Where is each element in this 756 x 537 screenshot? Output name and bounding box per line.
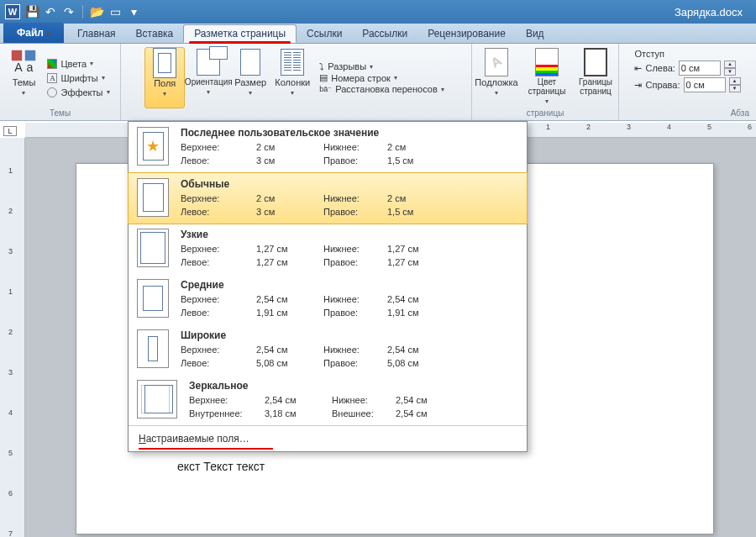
orientation-button[interactable]: Ориентация▾	[188, 47, 228, 108]
margins-option[interactable]: ★Последнее пользовательское значениеВерх…	[129, 122, 527, 173]
margins-button[interactable]: Поля▾	[144, 47, 185, 108]
margin-option-title: Узкие	[181, 229, 518, 240]
qat-separator	[82, 5, 83, 18]
indent-right-icon: ⇥	[634, 80, 642, 91]
svg-rect-1	[25, 50, 35, 61]
margin-option-title: Широкие	[181, 329, 518, 341]
margin-thumb-icon	[137, 380, 177, 419]
group-label-paragraph: Абза	[624, 108, 751, 118]
page-borders-button[interactable]: Границы страниц	[574, 47, 617, 108]
margin-option-title: Зеркальное	[189, 380, 518, 392]
margin-thumb-icon: ★	[137, 127, 169, 166]
word-app-icon: W	[5, 4, 20, 19]
margin-option-title: Средние	[181, 279, 518, 291]
page-color-button[interactable]: Цвет страницы▾	[523, 47, 570, 108]
tab-view[interactable]: Вид	[516, 24, 554, 43]
group-label-themes: Темы	[50, 108, 71, 118]
size-icon	[237, 49, 264, 76]
group-page-background: Подложка▾ Цвет страницы▾ Границы страниц…	[472, 44, 619, 120]
breaks-icon: ⤵	[319, 61, 324, 71]
indent-title: Отступ	[634, 49, 740, 59]
margin-option-title: Последнее пользовательское значение	[181, 127, 518, 139]
title-bar: W 💾 ↶ ↷ 📂 ▭ ▾ Зарядка.docx	[0, 0, 756, 24]
group-themes: Aa Темы ▾ Цвета▾ AШрифты▾ Эффекты▾ Темы	[0, 44, 121, 120]
undo-icon[interactable]: ↶	[44, 5, 57, 18]
tab-review[interactable]: Рецензирование	[417, 24, 516, 43]
margin-thumb-icon	[137, 279, 169, 318]
ribbon-tabs: Файл ▾ Главная Вставка Разметка страницы…	[0, 24, 756, 44]
svg-text:A: A	[15, 61, 24, 74]
theme-effects-button[interactable]: Эффекты▾	[44, 86, 113, 99]
orientation-icon	[195, 49, 222, 76]
theme-fonts-button[interactable]: AШрифты▾	[44, 71, 113, 85]
tab-insert[interactable]: Вставка	[126, 24, 184, 43]
chevron-down-icon: ▾	[22, 89, 25, 97]
margin-thumb-icon	[137, 329, 169, 368]
tab-file[interactable]: Файл ▾	[3, 23, 64, 43]
margins-dropdown: ★Последнее пользовательское значениеВерх…	[128, 121, 528, 452]
indent-left-icon: ⇤	[634, 63, 642, 74]
margin-option-title: Обычные	[181, 178, 518, 190]
size-button[interactable]: Размер▾	[232, 47, 269, 108]
columns-button[interactable]: Колонки▾	[272, 47, 312, 108]
indent-right-stepper[interactable]: ▲▼	[729, 77, 741, 92]
tab-page-layout[interactable]: Разметка страницы	[183, 24, 297, 43]
indent-left-label: Слева:	[645, 63, 675, 73]
colors-icon	[47, 59, 57, 69]
page-borders-icon	[582, 49, 609, 76]
star-icon: ★	[146, 137, 160, 155]
body-text[interactable]: екст Текст текст	[177, 460, 663, 473]
ribbon: Aa Темы ▾ Цвета▾ AШрифты▾ Эффекты▾ Темы …	[0, 44, 756, 121]
document-title: Зарядка.docx	[675, 6, 751, 18]
themes-label: Темы	[13, 77, 36, 87]
margin-thumb-icon	[137, 229, 169, 267]
columns-icon	[279, 49, 306, 76]
tab-stop-selector[interactable]: L	[3, 126, 17, 136]
indent-right-input[interactable]: 0 см	[684, 77, 726, 92]
margins-icon	[151, 50, 178, 76]
svg-rect-0	[12, 50, 22, 61]
save-icon[interactable]: 💾	[25, 5, 39, 18]
themes-button[interactable]: Aa Темы ▾	[7, 47, 40, 108]
line-numbers-button[interactable]: ▤Номера строк▾	[319, 72, 444, 83]
margins-option[interactable]: ОбычныеВерхнее:2 смНижнее:2 смЛевое:3 см…	[128, 172, 528, 224]
margins-option[interactable]: СредниеВерхнее:2,54 смНижнее:2,54 смЛево…	[129, 274, 527, 324]
margins-option[interactable]: УзкиеВерхнее:1,27 смНижнее:1,27 смЛевое:…	[129, 224, 527, 274]
custom-margins-button[interactable]: Настраиваемые поля…	[129, 425, 527, 451]
page-color-icon	[533, 49, 560, 76]
margins-option[interactable]: ШирокиеВерхнее:2,54 смНижнее:2,54 смЛево…	[129, 324, 527, 375]
new-doc-icon[interactable]: ▭	[108, 5, 122, 18]
margin-thumb-icon	[137, 178, 169, 217]
group-page-setup: Поля▾ Ориентация▾ Размер▾ Колонки▾ ⤵Разр…	[121, 44, 472, 120]
indent-left-input[interactable]: 0 см	[679, 61, 721, 76]
quick-access-toolbar: 💾 ↶ ↷ 📂 ▭ ▾	[25, 5, 140, 18]
redo-icon[interactable]: ↷	[62, 5, 76, 18]
tab-mailings[interactable]: Рассылки	[352, 24, 417, 43]
watermark-button[interactable]: Подложка▾	[473, 47, 520, 108]
open-folder-icon[interactable]: 📂	[90, 5, 103, 18]
hyphenation-button[interactable]: bā⁻Расстановка переносов▾	[319, 84, 444, 94]
tab-references[interactable]: Ссылки	[297, 24, 352, 43]
group-label-page-bg: страницы	[527, 108, 564, 118]
tab-home[interactable]: Главная	[67, 24, 126, 43]
indent-right-label: Справа:	[645, 80, 680, 90]
hyphenation-icon: bā⁻	[319, 85, 332, 93]
vertical-ruler[interactable]: 1 2 3 1 2 3 4 5 6 7	[0, 138, 25, 537]
line-numbers-icon: ▤	[319, 72, 328, 83]
qat-more-icon[interactable]: ▾	[127, 5, 140, 18]
effects-icon	[47, 87, 57, 97]
margins-option[interactable]: ЗеркальноеВерхнее:2,54 смНижнее:2,54 смВ…	[129, 375, 527, 425]
fonts-icon: A	[47, 73, 57, 83]
themes-icon: Aa	[10, 49, 37, 76]
watermark-icon	[483, 49, 510, 76]
breaks-button[interactable]: ⤵Разрывы▾	[319, 61, 444, 71]
theme-colors-button[interactable]: Цвета▾	[44, 57, 113, 71]
indent-left-stepper[interactable]: ▲▼	[724, 61, 736, 76]
group-paragraph-indent: Отступ ⇤ Слева: 0 см ▲▼ ⇥ Справа: 0 см ▲…	[619, 44, 756, 120]
svg-text:a: a	[27, 61, 34, 74]
